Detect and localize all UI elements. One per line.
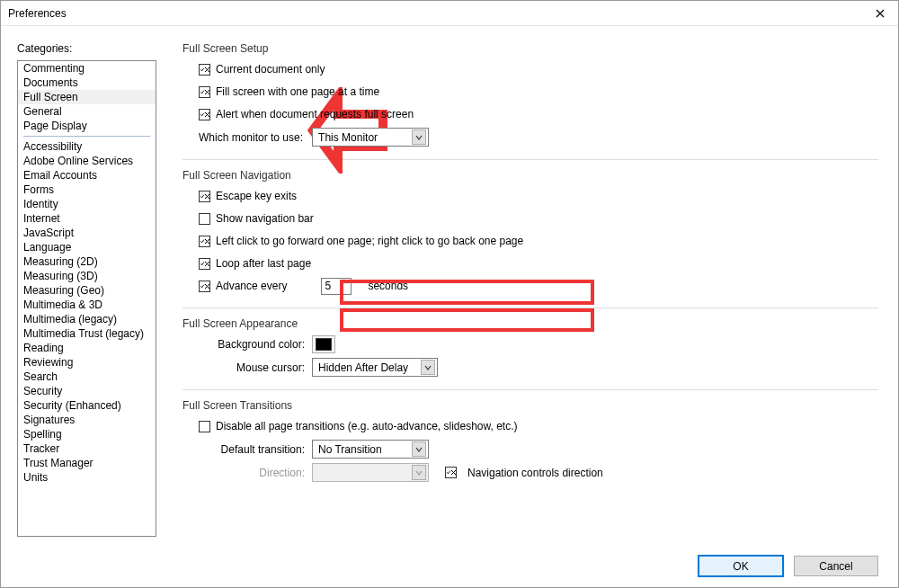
category-item[interactable]: Search (18, 370, 156, 384)
category-item[interactable]: Language (18, 240, 156, 254)
default-transition-select[interactable]: No Transition (312, 440, 429, 459)
monitor-label: Which monitor to use: (199, 131, 312, 144)
chevron-down-icon (412, 441, 426, 457)
seconds-label: seconds (368, 280, 408, 292)
nav-controls-direction-checkbox[interactable]: Navigation controls direction (445, 467, 603, 479)
category-item[interactable]: Internet (18, 211, 156, 226)
category-item[interactable]: Measuring (3D) (18, 269, 156, 283)
category-item[interactable]: Identity (18, 197, 156, 211)
category-item[interactable]: General (18, 104, 156, 119)
category-item[interactable]: Tracker (18, 441, 156, 456)
category-item[interactable]: Full Screen (18, 90, 156, 104)
bgcolor-swatch (316, 338, 332, 351)
category-item[interactable]: Signatures (18, 413, 156, 427)
category-item[interactable]: Measuring (Geo) (18, 283, 156, 298)
group-appearance: Full Screen Appearance Background color:… (182, 317, 878, 377)
group-setup: Full Screen Setup Current document only … (182, 42, 878, 147)
close-button[interactable] (862, 1, 898, 26)
categories-list[interactable]: CommentingDocumentsFull ScreenGeneralPag… (17, 60, 156, 537)
group-transitions: Full Screen Transitions Disable all page… (182, 399, 878, 482)
category-item[interactable]: Trust Manager (18, 456, 156, 470)
category-item[interactable]: Email Accounts (18, 168, 156, 183)
advance-every-checkbox[interactable]: Advance every (199, 280, 287, 292)
monitor-select[interactable]: This Monitor (312, 128, 429, 147)
cancel-button[interactable]: Cancel (794, 556, 878, 576)
categories-label: Categories: (17, 42, 163, 55)
bgcolor-label: Background color: (199, 338, 312, 351)
group-appearance-title: Full Screen Appearance (182, 317, 878, 330)
current-doc-checkbox[interactable]: Current document only (199, 63, 325, 76)
titlebar: Preferences (1, 1, 898, 26)
category-item[interactable]: Measuring (2D) (18, 254, 156, 269)
chevron-down-icon (421, 360, 435, 375)
group-transitions-title: Full Screen Transitions (182, 399, 878, 412)
close-icon (876, 9, 885, 18)
category-item[interactable]: Units (18, 470, 156, 485)
alert-checkbox[interactable]: Alert when document requests full screen (199, 108, 414, 120)
cursor-label: Mouse cursor: (199, 361, 312, 374)
cursor-select[interactable]: Hidden After Delay (312, 358, 438, 377)
chevron-down-icon (412, 129, 426, 145)
group-nav-title: Full Screen Navigation (182, 169, 878, 182)
category-item[interactable]: Multimedia Trust (legacy) (18, 326, 156, 341)
click-forward-checkbox[interactable]: Left click to go forward one page; right… (199, 235, 523, 247)
loop-checkbox[interactable]: Loop after last page (199, 257, 311, 270)
ok-button[interactable]: OK (699, 556, 783, 576)
category-item[interactable]: Multimedia (legacy) (18, 312, 156, 326)
category-item[interactable]: Documents (18, 76, 156, 90)
default-transition-label: Default transition: (199, 443, 312, 456)
advance-seconds-input[interactable] (321, 278, 352, 295)
category-item[interactable]: Spelling (18, 427, 156, 441)
preferences-dialog: Preferences Categories: CommentingDocume… (0, 0, 899, 588)
chevron-down-icon (412, 465, 426, 480)
category-item[interactable]: Reading (18, 341, 156, 355)
group-setup-title: Full Screen Setup (182, 42, 878, 55)
group-navigation: Full Screen Navigation Escape key exits … (182, 169, 878, 295)
direction-select (312, 463, 429, 482)
window-title: Preferences (8, 7, 862, 20)
category-item[interactable]: Commenting (18, 61, 156, 76)
category-item[interactable]: Page Display (18, 119, 156, 133)
bgcolor-picker[interactable] (312, 335, 335, 353)
category-item[interactable]: JavaScript (18, 226, 156, 240)
show-nav-checkbox[interactable]: Show navigation bar (199, 212, 314, 225)
category-item[interactable]: Multimedia & 3D (18, 298, 156, 312)
direction-label: Direction: (199, 467, 312, 479)
category-item[interactable]: Forms (18, 183, 156, 197)
category-item[interactable]: Reviewing (18, 355, 156, 370)
category-item[interactable]: Security (18, 384, 156, 398)
category-item[interactable]: Accessibility (18, 139, 156, 154)
category-item[interactable]: Security (Enhanced) (18, 398, 156, 413)
disable-transitions-checkbox[interactable]: Disable all page transitions (e.g. auto-… (199, 420, 518, 432)
category-item[interactable]: Adobe Online Services (18, 154, 156, 168)
fill-screen-checkbox[interactable]: Fill screen with one page at a time (199, 85, 379, 98)
escape-checkbox[interactable]: Escape key exits (199, 190, 297, 202)
